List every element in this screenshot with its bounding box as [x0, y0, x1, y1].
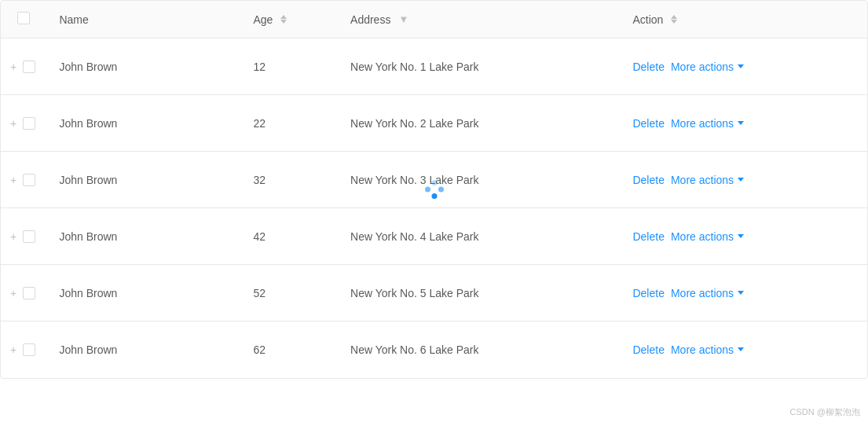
- row-age: 42: [241, 208, 339, 265]
- row-checkbox[interactable]: [23, 343, 35, 356]
- expand-row-button[interactable]: +: [7, 287, 20, 299]
- delete-button[interactable]: Delete: [632, 174, 664, 186]
- row-expand-checkbox-cell: +: [1, 208, 46, 265]
- row-checkbox[interactable]: [23, 61, 35, 73]
- table-row: + John Brown 62 New York No. 6 Lake Park…: [1, 321, 867, 378]
- row-address: New York No. 5 Lake Park: [338, 265, 620, 321]
- row-name: John Brown: [46, 208, 240, 265]
- age-column-label: Age: [254, 13, 273, 26]
- more-actions-button[interactable]: More actions: [671, 61, 744, 73]
- chevron-down-icon: [738, 64, 744, 68]
- chevron-down-icon: [738, 347, 744, 351]
- row-action-cell: Delete More actions: [620, 39, 867, 95]
- header-address: Address ▼: [338, 1, 620, 39]
- header-age[interactable]: Age: [241, 1, 339, 39]
- row-name: John Brown: [46, 95, 240, 152]
- row-expand-checkbox-cell: +: [1, 95, 46, 152]
- row-name: John Brown: [46, 152, 240, 208]
- row-checkbox[interactable]: [23, 174, 35, 186]
- delete-button[interactable]: Delete: [632, 117, 664, 130]
- row-action-cell: Delete More actions: [620, 208, 867, 265]
- table-row: + John Brown 52 New York No. 5 Lake Park…: [1, 265, 867, 321]
- watermark: CSDN @柳絮泡泡: [790, 406, 860, 418]
- row-address: New York No. 6 Lake Park: [338, 321, 620, 378]
- more-actions-button[interactable]: More actions: [671, 343, 744, 356]
- delete-button[interactable]: Delete: [632, 343, 664, 356]
- table-header-row: Name Age Add: [1, 1, 867, 39]
- table-row: + John Brown 42 New York No. 4 Lake Park…: [1, 208, 867, 265]
- row-name: John Brown: [46, 265, 240, 321]
- row-address: New York No. 4 Lake Park: [338, 208, 620, 265]
- row-age: 62: [241, 321, 339, 378]
- header-name: Name: [46, 1, 240, 39]
- row-expand-checkbox-cell: +: [1, 39, 46, 95]
- row-action-cell: Delete More actions: [620, 321, 867, 378]
- action-sort-icon[interactable]: [671, 15, 677, 24]
- more-actions-button[interactable]: More actions: [671, 117, 744, 130]
- row-address: New York No. 3 Lake Park: [338, 152, 620, 208]
- row-checkbox[interactable]: [23, 117, 35, 130]
- row-action-cell: Delete More actions: [620, 152, 867, 208]
- expand-row-button[interactable]: +: [7, 343, 20, 356]
- more-actions-button[interactable]: More actions: [671, 230, 744, 243]
- expand-row-button[interactable]: +: [7, 174, 20, 186]
- header-checkbox[interactable]: [17, 12, 30, 24]
- table-row: + John Brown 12 New York No. 1 Lake Park…: [1, 39, 867, 95]
- row-checkbox[interactable]: [23, 287, 35, 299]
- row-checkbox[interactable]: [23, 230, 35, 243]
- row-action-cell: Delete More actions: [620, 95, 867, 152]
- age-sort-icon[interactable]: [280, 15, 287, 24]
- header-action: Action: [620, 1, 867, 39]
- address-column-label: Address: [350, 13, 390, 26]
- row-expand-checkbox-cell: +: [1, 321, 46, 378]
- row-age: 52: [241, 265, 339, 321]
- chevron-down-icon: [738, 178, 744, 182]
- expand-row-button[interactable]: +: [7, 230, 20, 243]
- expand-row-button[interactable]: +: [7, 117, 20, 130]
- data-table: Name Age Add: [0, 0, 868, 379]
- row-expand-checkbox-cell: +: [1, 152, 46, 208]
- chevron-down-icon: [738, 291, 744, 295]
- action-column-label: Action: [632, 13, 663, 26]
- delete-button[interactable]: Delete: [632, 230, 664, 243]
- row-expand-checkbox-cell: +: [1, 265, 46, 321]
- delete-button[interactable]: Delete: [632, 287, 664, 299]
- row-address: New York No. 1 Lake Park: [338, 39, 620, 95]
- expand-row-button[interactable]: +: [7, 61, 20, 73]
- delete-button[interactable]: Delete: [632, 61, 664, 73]
- table-row: + John Brown 32 New York No. 3 Lake Park…: [1, 152, 867, 208]
- table-container: Name Age Add: [0, 0, 868, 379]
- row-action-cell: Delete More actions: [620, 265, 867, 321]
- chevron-down-icon: [738, 121, 744, 125]
- row-address: New York No. 2 Lake Park: [338, 95, 620, 152]
- name-column-label: Name: [59, 13, 88, 26]
- row-age: 22: [241, 95, 339, 152]
- row-age: 32: [241, 152, 339, 208]
- chevron-down-icon: [738, 234, 744, 238]
- table-row: + John Brown 22 New York No. 2 Lake Park…: [1, 95, 867, 152]
- row-age: 12: [241, 39, 339, 95]
- row-name: John Brown: [46, 39, 240, 95]
- more-actions-button[interactable]: More actions: [671, 287, 744, 299]
- address-filter-icon[interactable]: ▼: [398, 13, 408, 25]
- row-name: John Brown: [46, 321, 240, 378]
- more-actions-button[interactable]: More actions: [671, 174, 744, 186]
- header-checkbox-cell: [1, 1, 46, 39]
